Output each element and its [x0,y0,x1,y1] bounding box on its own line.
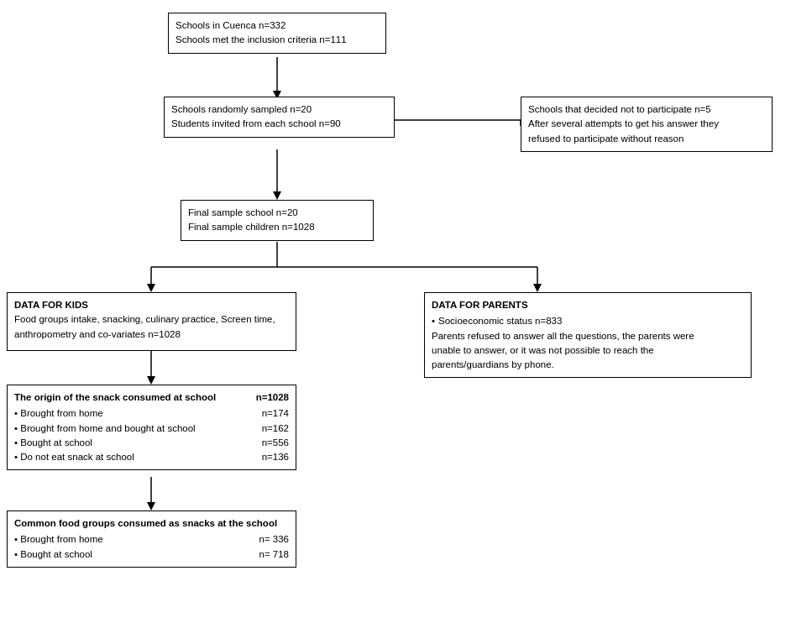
schools-cuenca-box: Schools in Cuenca n=332 Schools met the … [168,13,386,54]
svg-marker-3 [273,191,281,200]
data-parents-bullet: Socioeconomic status n=833 [438,314,562,328]
data-kids-line1: Food groups intake, snacking, culinary p… [14,312,289,327]
schools-sampled-line1: Schools randomly sampled n=20 [171,102,387,117]
snack-origin-box: The origin of the snack consumed at scho… [7,385,296,470]
snack-origin-items: • Brought from home n=174 • Brought from… [14,406,289,464]
data-parents-line3: parents/guardians by phone. [432,358,744,372]
data-parents-line1: Parents refused to answer all the questi… [432,329,744,343]
schools-cuenca-line1: Schools in Cuenca n=332 [175,18,379,33]
schools-sampled-box: Schools randomly sampled n=20 Students i… [164,97,395,138]
final-sample-box: Final sample school n=20 Final sample ch… [181,200,374,241]
schools-not-participate-line3: refused to participate without reason [528,132,765,146]
data-kids-box: DATA FOR KIDS Food groups intake, snacki… [7,292,296,351]
schools-cuenca-line2: Schools met the inclusion criteria n=111 [175,33,379,47]
final-sample-line2: Final sample children n=1028 [188,220,366,234]
svg-marker-10 [147,284,155,292]
svg-marker-12 [533,284,542,292]
data-parents-line2: unable to answer, or it was not possible… [432,343,744,358]
data-parents-box: DATA FOR PARENTS • Socioeconomic status … [424,292,752,378]
schools-not-participate-box: Schools that decided not to participate … [521,97,773,152]
data-kids-line2: anthropometry and co-variates n=1028 [14,327,289,342]
schools-sampled-line2: Students invited from each school n=90 [171,117,387,131]
schools-not-participate-line2: After several attempts to get his answer… [528,117,765,131]
svg-marker-16 [147,502,155,510]
snack-origin-title-n: n=1028 [256,390,289,405]
final-sample-line1: Final sample school n=20 [188,206,366,220]
data-parents-title: DATA FOR PARENTS [432,298,744,312]
common-food-title: Common food groups consumed as snacks at… [14,516,289,531]
data-kids-title: DATA FOR KIDS [14,298,289,312]
common-food-box: Common food groups consumed as snacks at… [7,510,296,568]
schools-not-participate-line1: Schools that decided not to participate … [528,102,765,117]
snack-origin-title: The origin of the snack consumed at scho… [14,390,216,405]
diagram-container: Schools in Cuenca n=332 Schools met the … [0,0,812,644]
svg-marker-14 [147,376,155,385]
